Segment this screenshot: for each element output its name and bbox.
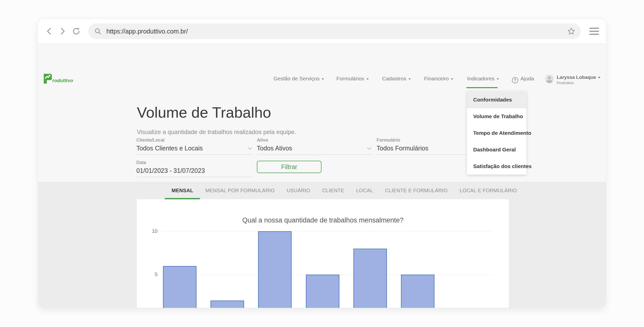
back-icon[interactable] bbox=[46, 27, 53, 35]
indicadores-dropdown: Conformidades Volume de Trabalho Tempo d… bbox=[467, 91, 527, 175]
browser-menu-icon[interactable] bbox=[589, 28, 599, 35]
tab-mensal-por-formulario[interactable]: MENSAL POR FORMULÁRIO bbox=[205, 182, 275, 199]
nav-formularios[interactable]: Formulários bbox=[336, 76, 369, 82]
chart-bar-fev-2023[interactable] bbox=[211, 301, 244, 308]
logo-wordmark: roduttivo bbox=[52, 78, 73, 83]
tab-cliente-e-formulario[interactable]: CLIENTE E FORMULÁRIO bbox=[385, 182, 448, 199]
chart-title: Qual a nossa quantidade de trabalhos men… bbox=[137, 216, 509, 224]
page-title: Volume de Trabalho bbox=[137, 104, 271, 121]
chart-bar-abr-2023[interactable] bbox=[306, 275, 339, 308]
user-menu[interactable]: Laryssa Lobaque Produttivo bbox=[557, 75, 600, 85]
nav-cadastros[interactable]: Cadastros bbox=[382, 76, 411, 82]
page-subtitle: Visualize a quantidade de trabalhos real… bbox=[137, 128, 296, 136]
filter-label: Cliente/Local bbox=[136, 138, 253, 143]
chart-bar-mai-2023[interactable] bbox=[353, 249, 387, 308]
chart-gridline bbox=[162, 231, 492, 232]
menu-item-volume-de-trabalho[interactable]: Volume de Trabalho bbox=[467, 108, 527, 125]
filter-label: Ativo bbox=[257, 138, 373, 143]
reload-icon[interactable] bbox=[73, 27, 80, 35]
cliente-local-select[interactable]: Todos Clientes e Locais bbox=[136, 145, 253, 155]
app-area: roduttivo Gestão de Serviços Formulários… bbox=[38, 44, 606, 308]
filtrar-button[interactable]: Filtrar bbox=[257, 161, 321, 173]
tab-local[interactable]: LOCAL bbox=[356, 182, 373, 199]
menu-item-tempo-de-atendimento[interactable]: Tempo de Atendimento bbox=[467, 125, 527, 141]
chevron-down-icon bbox=[366, 78, 369, 80]
tab-local-e-formulario[interactable]: LOCAL E FORMULÁRIO bbox=[460, 182, 517, 199]
chevron-down-icon bbox=[321, 78, 324, 80]
chevron-down-icon bbox=[497, 78, 499, 80]
url-text[interactable]: https://app.produttivo.com.br/ bbox=[106, 28, 188, 35]
chevron-down-icon bbox=[367, 147, 372, 150]
avatar[interactable] bbox=[545, 75, 554, 83]
tab-mensal[interactable]: MENSAL bbox=[172, 182, 193, 199]
filter-label: Data bbox=[136, 160, 253, 165]
tab-usuario[interactable]: USUÁRIO bbox=[287, 182, 310, 199]
nav-financeiro[interactable]: Financeiro bbox=[424, 76, 453, 82]
browser-toolbar: https://app.produttivo.com.br/ bbox=[38, 19, 606, 44]
report-tabs: MENSAL MENSAL POR FORMULÁRIO USUÁRIO CLI… bbox=[172, 182, 517, 199]
browser-window: https://app.produttivo.com.br/ roduttivo… bbox=[38, 18, 606, 308]
user-org: Produttivo bbox=[557, 81, 600, 85]
chart-card: Qual a nossa quantidade de trabalhos men… bbox=[137, 199, 509, 308]
nav-ajuda[interactable]: ?Ajuda bbox=[512, 76, 534, 83]
bookmark-star-icon[interactable] bbox=[567, 27, 575, 35]
y-axis-label: 10 bbox=[142, 228, 157, 234]
chart-bar-jan-2023[interactable] bbox=[163, 266, 196, 308]
chevron-down-icon bbox=[248, 147, 252, 150]
chart-bar-jun-2023[interactable] bbox=[401, 275, 434, 308]
tab-cliente[interactable]: CLIENTE bbox=[322, 182, 344, 199]
help-icon: ? bbox=[512, 77, 518, 83]
y-axis-label: 5 bbox=[142, 272, 157, 277]
nav-gestao-de-servicos[interactable]: Gestão de Serviços bbox=[273, 76, 324, 82]
filter-cliente-local: Cliente/Local Todos Clientes e Locais bbox=[136, 138, 253, 155]
active-nav-underline bbox=[466, 87, 498, 88]
menu-item-dashboard-geral[interactable]: Dashboard Geral bbox=[467, 141, 527, 158]
data-range-input[interactable]: 01/01/2023 - 31/07/2023 bbox=[136, 167, 253, 177]
nav-indicadores[interactable]: Indicadores bbox=[467, 76, 499, 82]
filter-ativo: Ativo Todos Ativos bbox=[257, 138, 373, 155]
produttivo-logo[interactable]: roduttivo bbox=[43, 73, 85, 85]
chevron-down-icon bbox=[598, 77, 600, 78]
search-icon bbox=[94, 28, 101, 35]
chart-bar-mar-2023[interactable] bbox=[258, 231, 292, 308]
menu-item-satisfacao-dos-clientes[interactable]: Satisfação dos clientes bbox=[467, 158, 527, 175]
forward-icon[interactable] bbox=[59, 27, 66, 35]
filter-data: Data 01/01/2023 - 31/07/2023 bbox=[136, 160, 253, 177]
menu-item-conformidades[interactable]: Conformidades bbox=[467, 91, 527, 108]
chevron-down-icon bbox=[408, 78, 411, 80]
url-bar[interactable]: https://app.produttivo.com.br/ bbox=[88, 23, 581, 39]
ativo-select[interactable]: Todos Ativos bbox=[257, 145, 373, 155]
chevron-down-icon bbox=[451, 78, 453, 80]
